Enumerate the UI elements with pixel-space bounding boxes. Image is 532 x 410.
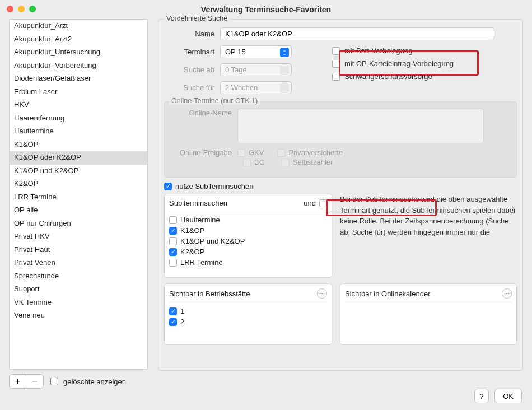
more-icon[interactable]: ⋯ (502, 288, 512, 299)
list-item[interactable]: Akupunktur_Vorbereitung (10, 59, 147, 73)
add-button[interactable]: + (10, 375, 26, 388)
help-button[interactable]: ? (474, 389, 489, 403)
list-item[interactable]: Vene neu (10, 309, 147, 323)
terminart-select[interactable]: OP 15 (220, 45, 292, 58)
sichtbar-bs-panel[interactable]: Sichtbar in Betriebsstätte ⋯ 12 (164, 283, 332, 345)
list-item[interactable]: OP alle (10, 204, 147, 217)
list-item[interactable]: Privat Venen (10, 257, 147, 270)
list-item[interactable]: Akupunktur_Arzt (10, 20, 147, 33)
subtermin-panel[interactable]: SubTerminsuchen und HauttermineK1&OPK1&O… (164, 194, 332, 278)
subtermin-option[interactable]: LRR Termine (169, 257, 327, 268)
list-add-remove: + − (9, 374, 44, 389)
list-item[interactable]: K1&OP und K2&OP (10, 165, 147, 178)
use-subtermin-checkbox[interactable]: nutze SubTerminsuchen (164, 182, 517, 190)
list-item[interactable]: HKV (10, 99, 147, 112)
list-item[interactable]: Privat HKV (10, 230, 147, 244)
subtermin-option[interactable]: K2&OP (169, 246, 327, 257)
sucheab-label: Suche ab (164, 66, 220, 74)
more-icon[interactable]: ⋯ (317, 288, 327, 299)
window-controls (7, 6, 36, 12)
subtermin-option[interactable]: K1&OP und K2&OP (169, 236, 327, 246)
online-group: Online-Termine (nur OTK 1) Online-Name O… (164, 101, 517, 178)
list-item[interactable]: Privat Haut (10, 244, 147, 257)
list-item[interactable]: K2&OP (10, 178, 147, 191)
window-title: Verwaltung Terminsuche-Favoriten (0, 0, 532, 19)
chevron-down-icon (280, 66, 289, 75)
opt-schwanger-checkbox[interactable] (332, 73, 340, 81)
list-item[interactable]: Hauttermine (10, 125, 147, 138)
und-checkbox[interactable] (319, 199, 327, 207)
name-label: Name (164, 30, 220, 38)
sucheab-select: 0 Tage (220, 63, 292, 76)
opt-bett-checkbox[interactable] (332, 47, 340, 55)
list-item[interactable]: VK Termine (10, 296, 147, 310)
subtermin-option[interactable]: K1&OP (169, 225, 327, 236)
list-item[interactable]: Akupunktur_Arzt2 (10, 33, 147, 46)
group-legend-vordef: Vordefinierte Suche (164, 15, 230, 22)
list-item[interactable]: Akupunktur_Untersuchung (10, 46, 147, 59)
list-item[interactable]: Sprechstunde (10, 270, 147, 283)
terminart-label: Terminart (164, 48, 220, 56)
bs-option[interactable]: 1 (169, 306, 327, 316)
sichtbar-okal-panel[interactable]: Sichtbar in Onlinekalender ⋯ (340, 283, 517, 345)
suchefuer-label: Suche für (164, 83, 220, 92)
online-name-label: Online-Name (170, 109, 237, 117)
opt-opkartei-checkbox[interactable] (332, 60, 340, 68)
bs-option[interactable]: 2 (169, 316, 327, 327)
suchefuer-select: 2 Wochen (220, 81, 292, 94)
remove-button[interactable]: − (26, 375, 43, 388)
subtermin-info: Bei der SubTerminsuche wird die oben aus… (340, 194, 517, 278)
minimize-icon[interactable] (18, 6, 25, 12)
chevron-down-icon (280, 48, 289, 57)
show-deleted-checkbox[interactable]: gelöschte anzeigen (48, 376, 126, 387)
list-item[interactable]: K1&OP oder K2&OP (10, 151, 147, 165)
zoom-icon[interactable] (29, 6, 36, 12)
close-icon[interactable] (7, 6, 13, 12)
chevron-down-icon (280, 83, 289, 93)
list-item[interactable]: Haarentfernung (10, 112, 147, 125)
favorites-list[interactable]: Akupunktur_ArztAkupunktur_Arzt2Akupunktu… (9, 19, 148, 370)
online-name-field (237, 109, 484, 143)
online-legend: Online-Termine (nur OTK 1) (169, 97, 260, 105)
list-item[interactable]: LRR Termine (10, 191, 147, 204)
ok-button[interactable]: OK (494, 389, 522, 403)
subtermin-option[interactable]: Hauttermine (169, 215, 327, 225)
list-item[interactable]: K1&OP (10, 138, 147, 152)
list-item[interactable]: Diodenlaser/Gefäßlaser (10, 72, 147, 86)
online-freigabe-label: Online-Freigabe (170, 148, 237, 157)
name-field[interactable] (220, 27, 494, 40)
list-item[interactable]: Erbium Laser (10, 86, 147, 99)
list-item[interactable]: Support (10, 283, 147, 296)
list-item[interactable]: OP nur Chirurgen (10, 217, 147, 231)
show-deleted-label: gelöschte anzeigen (63, 378, 126, 386)
